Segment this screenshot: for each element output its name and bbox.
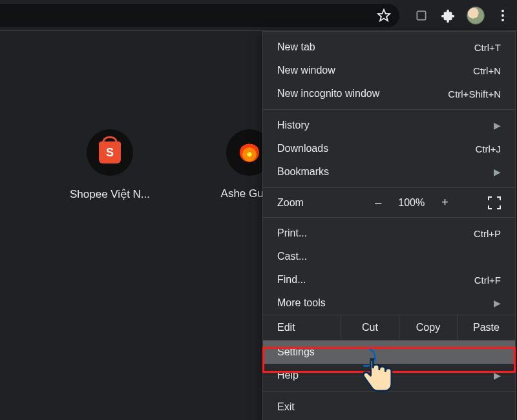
menu-separator <box>263 109 515 110</box>
browser-toolbar <box>0 0 517 31</box>
svg-marker-0 <box>378 9 390 20</box>
menu-item-new-incognito[interactable]: New incognito window Ctrl+Shift+N <box>263 82 515 105</box>
chevron-right-icon: ▶ <box>494 370 501 381</box>
menu-separator <box>263 187 515 188</box>
menu-label: More tools <box>277 297 326 309</box>
menu-label: New incognito window <box>277 88 379 100</box>
menu-separator <box>263 391 515 392</box>
menu-label-edit: Edit <box>263 315 341 340</box>
main-menu: New tab Ctrl+T New window Ctrl+N New inc… <box>262 31 516 420</box>
menu-item-settings[interactable]: Settings <box>263 341 515 364</box>
profile-avatar[interactable] <box>467 6 485 25</box>
reader-mode-icon[interactable] <box>412 6 430 25</box>
fullscreen-icon[interactable] <box>488 196 501 209</box>
shopee-bag-icon: S <box>99 142 121 163</box>
menu-shortcut: Ctrl+P <box>474 228 501 239</box>
chevron-right-icon: ▶ <box>494 167 501 177</box>
extensions-icon[interactable] <box>439 6 458 25</box>
svg-rect-1 <box>417 11 425 19</box>
menu-shortcut: Ctrl+J <box>475 143 501 154</box>
menu-label: Zoom <box>277 197 348 209</box>
menu-shortcut: Ctrl+F <box>474 275 501 286</box>
shortcut-icon: S <box>87 129 133 176</box>
chevron-right-icon: ▶ <box>494 298 501 308</box>
menu-label: New tab <box>277 41 315 53</box>
menu-item-downloads[interactable]: Downloads Ctrl+J <box>263 137 515 160</box>
address-bar-edge[interactable] <box>0 4 399 27</box>
menu-label: Find... <box>277 274 306 286</box>
menu-button[interactable] <box>494 6 512 25</box>
shortcut-shopee[interactable]: S Shopee Việt N... <box>71 129 149 201</box>
menu-label: Help <box>277 370 299 381</box>
three-dots-icon <box>501 10 504 21</box>
zoom-out-button[interactable]: – <box>375 196 381 209</box>
edit-copy-button[interactable]: Copy <box>399 315 457 340</box>
menu-label: History <box>277 120 310 131</box>
chevron-right-icon: ▶ <box>494 120 501 131</box>
new-tab-shortcuts: S Shopee Việt N... Ashe Guide <box>71 129 288 201</box>
zoom-in-button[interactable]: + <box>441 196 448 209</box>
menu-label: New window <box>277 65 335 76</box>
edit-cut-button[interactable]: Cut <box>341 315 399 340</box>
menu-label: Exit <box>277 401 295 413</box>
menu-shortcut: Ctrl+T <box>474 42 501 53</box>
menu-separator <box>263 217 515 218</box>
menu-shortcut: Ctrl+N <box>473 65 501 76</box>
menu-item-print[interactable]: Print... Ctrl+P <box>263 222 515 245</box>
menu-item-history[interactable]: History ▶ <box>263 114 515 137</box>
menu-item-new-tab[interactable]: New tab Ctrl+T <box>263 36 515 59</box>
menu-item-bookmarks[interactable]: Bookmarks ▶ <box>263 160 515 184</box>
menu-label: Downloads <box>277 143 328 154</box>
menu-item-zoom: Zoom – 100% + <box>263 192 515 213</box>
menu-label: Print... <box>277 227 307 239</box>
menu-item-exit[interactable]: Exit <box>263 395 515 419</box>
zoom-percent: 100% <box>398 197 425 209</box>
menu-label: Settings <box>277 346 315 358</box>
menu-item-find[interactable]: Find... Ctrl+F <box>263 268 515 291</box>
edit-paste-button[interactable]: Paste <box>457 315 515 340</box>
bookmark-star-icon[interactable] <box>375 6 393 25</box>
menu-label: Bookmarks <box>277 166 329 178</box>
menu-shortcut: Ctrl+Shift+N <box>448 89 501 100</box>
menu-item-edit-row: Edit Cut Copy Paste <box>263 315 515 341</box>
menu-item-new-window[interactable]: New window Ctrl+N <box>263 59 515 82</box>
shortcut-label: Shopee Việt N... <box>70 187 150 201</box>
menu-item-cast[interactable]: Cast... <box>263 245 515 268</box>
menu-item-more-tools[interactable]: More tools ▶ <box>263 291 515 315</box>
menu-item-help[interactable]: Help ▶ <box>263 364 515 387</box>
menu-label: Cast... <box>277 251 307 262</box>
flame-icon <box>240 143 259 162</box>
